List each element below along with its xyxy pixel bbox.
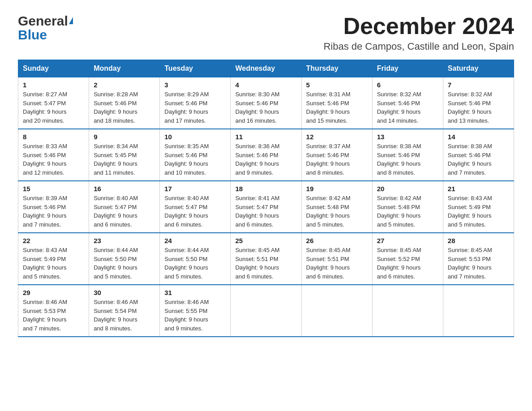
day-number: 2 <box>94 81 155 89</box>
calendar-cell: 25Sunrise: 8:45 AMSunset: 5:51 PMDayligh… <box>231 233 301 285</box>
day-number: 29 <box>23 289 84 296</box>
calendar-cell: 3Sunrise: 8:29 AMSunset: 5:46 PMDaylight… <box>160 77 231 129</box>
day-info: Sunrise: 8:41 AMSunset: 5:47 PMDaylight:… <box>235 194 296 229</box>
calendar-cell: 11Sunrise: 8:36 AMSunset: 5:46 PMDayligh… <box>231 129 301 181</box>
day-number: 22 <box>23 237 84 244</box>
col-header-saturday: Saturday <box>443 60 514 77</box>
calendar-cell: 17Sunrise: 8:40 AMSunset: 5:47 PMDayligh… <box>160 181 231 233</box>
day-info: Sunrise: 8:33 AMSunset: 5:46 PMDaylight:… <box>23 142 84 177</box>
day-info: Sunrise: 8:30 AMSunset: 5:46 PMDaylight:… <box>235 90 296 125</box>
day-number: 7 <box>448 81 509 89</box>
day-number: 28 <box>448 237 509 244</box>
day-number: 26 <box>306 237 368 244</box>
calendar-cell <box>372 285 443 337</box>
day-number: 30 <box>94 289 155 296</box>
calendar-cell: 20Sunrise: 8:42 AMSunset: 5:48 PMDayligh… <box>372 181 443 233</box>
day-info: Sunrise: 8:45 AMSunset: 5:53 PMDaylight:… <box>448 246 509 281</box>
calendar-cell: 31Sunrise: 8:46 AMSunset: 5:55 PMDayligh… <box>160 285 231 337</box>
calendar-cell: 16Sunrise: 8:40 AMSunset: 5:47 PMDayligh… <box>89 181 160 233</box>
calendar-cell: 12Sunrise: 8:37 AMSunset: 5:46 PMDayligh… <box>301 129 372 181</box>
day-info: Sunrise: 8:38 AMSunset: 5:46 PMDaylight:… <box>377 142 438 177</box>
col-header-thursday: Thursday <box>301 60 372 77</box>
day-info: Sunrise: 8:39 AMSunset: 5:46 PMDaylight:… <box>23 194 84 229</box>
logo-blue-text: Blue <box>18 27 73 42</box>
col-header-friday: Friday <box>372 60 443 77</box>
col-header-sunday: Sunday <box>18 60 89 77</box>
logo: General Blue <box>18 13 73 42</box>
day-info: Sunrise: 8:46 AMSunset: 5:55 PMDaylight:… <box>164 298 226 333</box>
calendar-cell: 4Sunrise: 8:30 AMSunset: 5:46 PMDaylight… <box>231 77 301 129</box>
calendar-cell <box>231 285 301 337</box>
calendar-cell: 6Sunrise: 8:32 AMSunset: 5:46 PMDaylight… <box>372 77 443 129</box>
col-header-tuesday: Tuesday <box>160 60 231 77</box>
calendar-cell: 13Sunrise: 8:38 AMSunset: 5:46 PMDayligh… <box>372 129 443 181</box>
calendar-cell: 8Sunrise: 8:33 AMSunset: 5:46 PMDaylight… <box>18 129 89 181</box>
day-info: Sunrise: 8:36 AMSunset: 5:46 PMDaylight:… <box>235 142 296 177</box>
logo-triangle-icon <box>69 17 73 24</box>
calendar-subtitle: Ribas de Campos, Castille and Leon, Spai… <box>323 41 514 52</box>
day-info: Sunrise: 8:42 AMSunset: 5:48 PMDaylight:… <box>306 194 368 229</box>
day-number: 13 <box>377 133 438 141</box>
day-info: Sunrise: 8:28 AMSunset: 5:46 PMDaylight:… <box>94 90 155 125</box>
day-info: Sunrise: 8:46 AMSunset: 5:54 PMDaylight:… <box>94 298 155 333</box>
day-number: 9 <box>94 133 155 141</box>
day-info: Sunrise: 8:40 AMSunset: 5:47 PMDaylight:… <box>164 194 226 229</box>
day-number: 11 <box>235 133 296 141</box>
day-info: Sunrise: 8:34 AMSunset: 5:45 PMDaylight:… <box>94 142 155 177</box>
calendar-cell <box>301 285 372 337</box>
day-number: 24 <box>164 237 226 244</box>
day-number: 4 <box>235 81 296 89</box>
day-info: Sunrise: 8:32 AMSunset: 5:46 PMDaylight:… <box>377 90 438 125</box>
calendar-week-row: 15Sunrise: 8:39 AMSunset: 5:46 PMDayligh… <box>18 181 514 233</box>
day-info: Sunrise: 8:45 AMSunset: 5:51 PMDaylight:… <box>235 246 296 281</box>
calendar-table: SundayMondayTuesdayWednesdayThursdayFrid… <box>18 60 514 337</box>
page-header: General Blue December 2024 Ribas de Camp… <box>18 13 514 52</box>
day-number: 3 <box>164 81 226 89</box>
day-info: Sunrise: 8:29 AMSunset: 5:46 PMDaylight:… <box>164 90 226 125</box>
calendar-cell: 15Sunrise: 8:39 AMSunset: 5:46 PMDayligh… <box>18 181 89 233</box>
calendar-title: December 2024 <box>323 13 514 39</box>
day-number: 8 <box>23 133 84 141</box>
day-info: Sunrise: 8:43 AMSunset: 5:49 PMDaylight:… <box>23 246 84 281</box>
calendar-cell: 5Sunrise: 8:31 AMSunset: 5:46 PMDaylight… <box>301 77 372 129</box>
day-number: 27 <box>377 237 438 244</box>
day-info: Sunrise: 8:40 AMSunset: 5:47 PMDaylight:… <box>94 194 155 229</box>
calendar-cell: 14Sunrise: 8:38 AMSunset: 5:46 PMDayligh… <box>443 129 514 181</box>
calendar-week-row: 22Sunrise: 8:43 AMSunset: 5:49 PMDayligh… <box>18 233 514 285</box>
day-info: Sunrise: 8:38 AMSunset: 5:46 PMDaylight:… <box>448 142 509 177</box>
day-info: Sunrise: 8:35 AMSunset: 5:46 PMDaylight:… <box>164 142 226 177</box>
day-number: 21 <box>448 185 509 193</box>
day-info: Sunrise: 8:46 AMSunset: 5:53 PMDaylight:… <box>23 298 84 333</box>
day-number: 17 <box>164 185 226 193</box>
calendar-cell: 9Sunrise: 8:34 AMSunset: 5:45 PMDaylight… <box>89 129 160 181</box>
day-info: Sunrise: 8:37 AMSunset: 5:46 PMDaylight:… <box>306 142 368 177</box>
calendar-week-row: 29Sunrise: 8:46 AMSunset: 5:53 PMDayligh… <box>18 285 514 337</box>
calendar-cell: 27Sunrise: 8:45 AMSunset: 5:52 PMDayligh… <box>372 233 443 285</box>
calendar-cell: 18Sunrise: 8:41 AMSunset: 5:47 PMDayligh… <box>231 181 301 233</box>
calendar-cell: 2Sunrise: 8:28 AMSunset: 5:46 PMDaylight… <box>89 77 160 129</box>
calendar-cell: 1Sunrise: 8:27 AMSunset: 5:47 PMDaylight… <box>18 77 89 129</box>
calendar-cell: 10Sunrise: 8:35 AMSunset: 5:46 PMDayligh… <box>160 129 231 181</box>
day-number: 15 <box>23 185 84 193</box>
calendar-cell: 21Sunrise: 8:43 AMSunset: 5:49 PMDayligh… <box>443 181 514 233</box>
calendar-cell: 22Sunrise: 8:43 AMSunset: 5:49 PMDayligh… <box>18 233 89 285</box>
calendar-week-row: 8Sunrise: 8:33 AMSunset: 5:46 PMDaylight… <box>18 129 514 181</box>
day-info: Sunrise: 8:44 AMSunset: 5:50 PMDaylight:… <box>164 246 226 281</box>
day-number: 12 <box>306 133 368 141</box>
day-info: Sunrise: 8:27 AMSunset: 5:47 PMDaylight:… <box>23 90 84 125</box>
day-number: 18 <box>235 185 296 193</box>
calendar-cell: 23Sunrise: 8:44 AMSunset: 5:50 PMDayligh… <box>89 233 160 285</box>
calendar-week-row: 1Sunrise: 8:27 AMSunset: 5:47 PMDaylight… <box>18 77 514 129</box>
day-number: 19 <box>306 185 368 193</box>
calendar-cell: 19Sunrise: 8:42 AMSunset: 5:48 PMDayligh… <box>301 181 372 233</box>
calendar-cell <box>443 285 514 337</box>
calendar-header-row: SundayMondayTuesdayWednesdayThursdayFrid… <box>18 60 514 77</box>
calendar-cell: 30Sunrise: 8:46 AMSunset: 5:54 PMDayligh… <box>89 285 160 337</box>
day-number: 1 <box>23 81 84 89</box>
day-number: 14 <box>448 133 509 141</box>
day-number: 16 <box>94 185 155 193</box>
day-number: 25 <box>235 237 296 244</box>
day-info: Sunrise: 8:45 AMSunset: 5:52 PMDaylight:… <box>377 246 438 281</box>
day-number: 5 <box>306 81 368 89</box>
col-header-wednesday: Wednesday <box>231 60 301 77</box>
